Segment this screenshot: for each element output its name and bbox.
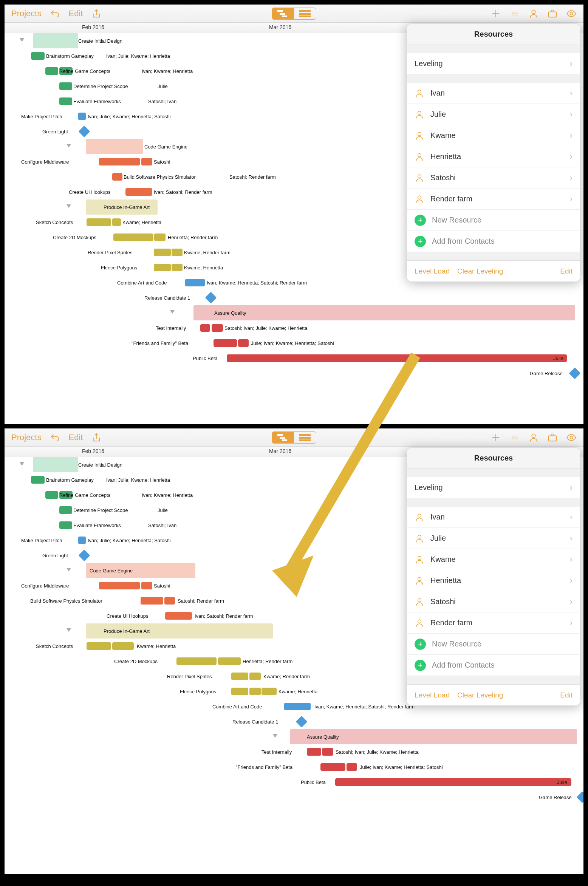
task-bar[interactable] — [99, 582, 140, 589]
clear-leveling-button[interactable]: Clear Leveling — [457, 691, 503, 699]
task-bar[interactable] — [78, 113, 86, 120]
task-bar[interactable] — [172, 264, 183, 271]
view-outline-icon[interactable] — [294, 432, 316, 443]
add-contacts-row[interactable]: + Add from Contacts — [407, 655, 580, 676]
task-bar[interactable] — [59, 506, 72, 514]
task-bar[interactable] — [87, 218, 111, 226]
resource-row[interactable]: Render farm› — [407, 612, 580, 634]
task-bar[interactable] — [59, 82, 72, 90]
task-bar[interactable] — [154, 249, 171, 256]
task-bar[interactable] — [335, 778, 571, 786]
link-icon[interactable] — [509, 8, 520, 19]
task-bar[interactable] — [112, 173, 122, 181]
resource-row[interactable]: Ivan› — [407, 507, 580, 528]
view-segment[interactable] — [272, 8, 316, 20]
task-row[interactable]: "Friends and Family" BetaJulie; Ivan; Kw… — [5, 759, 583, 775]
share-icon[interactable] — [91, 432, 102, 443]
task-bar[interactable] — [249, 673, 261, 680]
task-bar[interactable] — [307, 748, 321, 756]
resource-icon[interactable] — [528, 432, 539, 443]
task-bar[interactable] — [154, 233, 166, 241]
disclosure-triangle-icon[interactable] — [20, 38, 25, 43]
clear-leveling-button[interactable]: Clear Leveling — [457, 267, 503, 275]
task-bar[interactable] — [31, 476, 45, 484]
disclosure-triangle-icon[interactable] — [273, 734, 278, 739]
resource-row[interactable]: Kwame› — [407, 125, 580, 146]
task-bar[interactable] — [347, 763, 357, 771]
task-bar[interactable] — [59, 521, 72, 529]
task-bar[interactable] — [112, 218, 121, 226]
resource-row[interactable]: Henrietta› — [407, 146, 580, 167]
task-bar[interactable] — [212, 324, 223, 332]
add-icon[interactable] — [491, 8, 501, 19]
disclosure-triangle-icon[interactable] — [67, 568, 72, 573]
view-gantt-icon[interactable] — [272, 432, 294, 443]
task-bar[interactable] — [165, 612, 192, 620]
link-icon[interactable] — [509, 432, 520, 443]
task-bar[interactable] — [238, 339, 249, 347]
milestone-diamond[interactable] — [296, 716, 307, 727]
task-row[interactable]: Public BetaJulie — [5, 351, 583, 366]
resource-row[interactable]: Julie› — [407, 528, 580, 549]
task-row[interactable]: Assure Quality — [5, 305, 583, 320]
disclosure-triangle-icon[interactable] — [67, 144, 72, 149]
leveling-row[interactable]: Leveling › — [407, 53, 580, 74]
task-bar[interactable] — [214, 339, 237, 347]
view-outline-icon[interactable] — [294, 8, 316, 19]
task-row[interactable]: Test InternallySatoshi; Ivan; Julie; Kwa… — [5, 744, 583, 759]
task-bar[interactable] — [231, 688, 248, 695]
task-bar[interactable] — [78, 537, 86, 544]
resource-row[interactable]: Render farm› — [407, 189, 580, 210]
undo-icon[interactable] — [50, 8, 60, 19]
milestone-diamond[interactable] — [78, 125, 90, 137]
group-bar[interactable] — [86, 139, 143, 154]
task-row[interactable]: Game Release — [5, 790, 583, 805]
task-bar[interactable] — [141, 158, 152, 165]
eye-icon[interactable] — [566, 432, 577, 443]
task-bar[interactable] — [59, 97, 72, 105]
task-bar[interactable] — [125, 188, 152, 196]
milestone-diamond[interactable] — [569, 367, 580, 379]
group-bar[interactable] — [193, 305, 575, 320]
resource-icon[interactable] — [528, 8, 539, 19]
popover-edit-button[interactable]: Edit — [560, 691, 573, 699]
task-bar[interactable] — [176, 657, 217, 665]
task-bar[interactable] — [227, 354, 567, 362]
level-load-button[interactable]: Level Load — [415, 691, 450, 699]
task-bar[interactable] — [262, 688, 277, 695]
resource-row[interactable]: Henrietta› — [407, 570, 580, 591]
task-bar[interactable] — [249, 688, 261, 695]
task-bar[interactable] — [154, 264, 171, 271]
task-bar[interactable] — [164, 597, 175, 605]
add-icon[interactable] — [491, 432, 501, 443]
task-bar[interactable] — [112, 642, 134, 650]
task-bar[interactable] — [172, 249, 183, 256]
task-row[interactable]: Release Candidate 1 — [5, 290, 583, 305]
milestone-diamond[interactable] — [78, 549, 90, 561]
briefcase-icon[interactable] — [547, 8, 558, 19]
milestone-diamond[interactable] — [205, 292, 217, 303]
new-resource-row[interactable]: + New Resource — [407, 634, 580, 655]
task-row[interactable]: Game Release — [5, 366, 583, 381]
task-bar[interactable] — [218, 657, 241, 665]
new-resource-row[interactable]: + New Resource — [407, 210, 580, 231]
task-bar[interactable] — [31, 52, 45, 60]
disclosure-triangle-icon[interactable] — [170, 310, 175, 315]
level-load-button[interactable]: Level Load — [415, 267, 450, 275]
task-bar[interactable] — [45, 67, 58, 75]
disclosure-triangle-icon[interactable] — [67, 628, 72, 634]
edit-button[interactable]: Edit — [68, 9, 83, 19]
task-bar[interactable] — [87, 642, 111, 650]
add-contacts-row[interactable]: + Add from Contacts — [407, 231, 580, 252]
projects-button[interactable]: Projects — [11, 9, 41, 19]
view-segment[interactable] — [272, 431, 316, 444]
disclosure-triangle-icon[interactable] — [67, 204, 72, 210]
projects-button[interactable]: Projects — [11, 433, 41, 442]
popover-edit-button[interactable]: Edit — [560, 267, 573, 275]
task-bar[interactable] — [284, 703, 311, 710]
leveling-row[interactable]: Leveling › — [407, 477, 580, 498]
disclosure-triangle-icon[interactable] — [20, 462, 25, 467]
edit-button[interactable]: Edit — [68, 433, 83, 442]
resource-row[interactable]: Kwame› — [407, 549, 580, 570]
resource-row[interactable]: Ivan› — [407, 83, 580, 104]
